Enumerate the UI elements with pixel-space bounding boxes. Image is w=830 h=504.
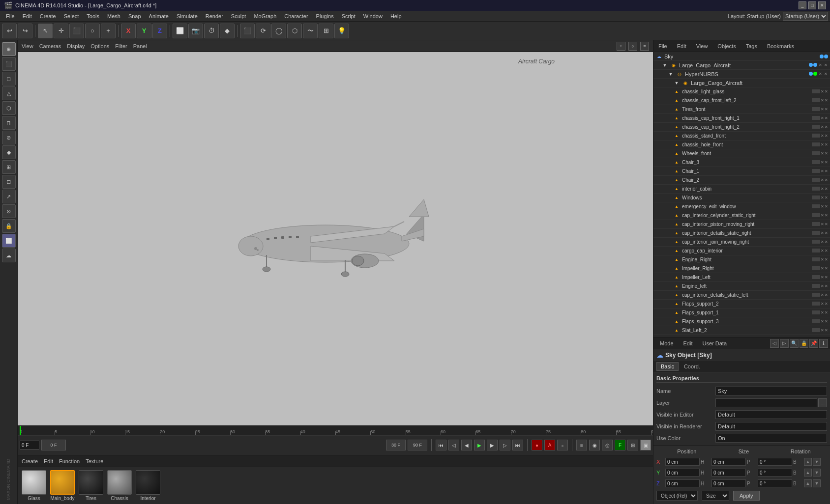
fx-btn[interactable]: F [615, 440, 625, 450]
obj-sky[interactable]: ☁ Sky [653, 52, 830, 61]
tool5-button[interactable]: + [101, 24, 116, 38]
scale-button[interactable]: ⬛ [69, 24, 84, 38]
size-x-input[interactable] [711, 458, 746, 466]
spline-btn[interactable]: 〜 [303, 24, 318, 38]
pos-y-input[interactable] [665, 469, 700, 476]
render-region-button[interactable]: ⬜ [173, 24, 187, 38]
menu-mesh[interactable]: Mesh [103, 12, 124, 20]
select-button[interactable]: ↖ [38, 24, 53, 38]
layout-select[interactable]: Startup (User) [783, 12, 828, 21]
undo-button[interactable]: ↩ [2, 24, 17, 38]
viewport-panel-menu[interactable]: Panel [133, 43, 147, 49]
menu-tools[interactable]: Tools [83, 12, 103, 20]
obj-emergency-exit-window[interactable]: ▲ emergency_exit_window ✕ ✕ [653, 202, 830, 211]
left-poly-btn[interactable]: ◻ [2, 72, 16, 85]
props-coord-tab[interactable]: Coord. [680, 362, 705, 371]
rotate-button[interactable]: ○ [85, 24, 100, 38]
psr-z-btn[interactable]: ▲ [804, 479, 812, 487]
menu-help[interactable]: Help [386, 12, 406, 20]
menu-plugins[interactable]: Plugins [312, 12, 338, 20]
menu-file[interactable]: File [2, 12, 19, 20]
obj-chair-3[interactable]: ▲ Chair_3 ✕ ✕ [653, 158, 830, 167]
obj-chair-1[interactable]: ▲ Chair_1 ✕ ✕ [653, 167, 830, 176]
obj-impeller-left[interactable]: ▲ Impeller_Left ✕ ✕ [653, 273, 830, 282]
obj-hypernurbs[interactable]: ▼ ◎ HyperNURBS ✕ ✕ [653, 70, 830, 79]
vp-expand-btn[interactable]: + [617, 42, 625, 51]
obj-engine-right[interactable]: ▲ Engine_Right ✕ ✕ [653, 255, 830, 264]
go-start-btn[interactable]: ⏮ [436, 440, 446, 450]
obj-chassis-light-glass[interactable]: ▲ chassis_light_glass ✕ ✕ [653, 87, 830, 96]
timeline-btn[interactable]: ⏱ [204, 24, 219, 38]
menu-script[interactable]: Script [338, 12, 359, 20]
mat-create-menu[interactable]: Create [22, 458, 38, 464]
left-minus-btn[interactable]: ⊟ [2, 175, 16, 189]
menu-window[interactable]: Window [359, 12, 386, 20]
menu-character[interactable]: Character [280, 12, 312, 20]
end-frame[interactable]: 90 F [408, 440, 427, 450]
rot-y-input[interactable] [758, 469, 792, 476]
obj-cap-interior-join-moving-right[interactable]: ▲ cap_interior_join_moving_right ✕ ✕ [653, 238, 830, 247]
props-search-btn[interactable]: 🔍 [790, 339, 799, 348]
obj-large-cargo-sub[interactable]: ▼ ◉ Large_Cargo_Aircraft [653, 79, 830, 87]
menu-select[interactable]: Select [60, 12, 83, 20]
tab-file[interactable]: File [655, 42, 670, 50]
obj-slat-left-2[interactable]: ▲ Slat_Left_2 ✕ ✕ [653, 326, 830, 335]
psr-z-btn2[interactable]: ▼ [813, 479, 821, 487]
close-button[interactable]: ✕ [818, 1, 826, 9]
psr-y-btn2[interactable]: ▼ [813, 469, 821, 476]
layer-browse-btn[interactable]: … [818, 398, 827, 407]
current-frame-input[interactable] [20, 441, 39, 449]
obj-impeller-right[interactable]: ▲ Impeller_Right ✕ ✕ [653, 264, 830, 273]
tab-edit[interactable]: Edit [679, 339, 697, 348]
nurbs-btn[interactable]: ◯ [271, 24, 286, 38]
obj-engine-left[interactable]: ▲ Engine_left ✕ ✕ [653, 282, 830, 291]
obj-chair-2[interactable]: ▲ Chair_2 ✕ ✕ [653, 176, 830, 185]
menu-create[interactable]: Create [36, 12, 60, 20]
obj-large-cargo-root[interactable]: ▼ ◉ Large_Cargo_Aircraft ✕ ✕ [653, 61, 830, 70]
left-grid-btn[interactable]: ⊞ [2, 160, 16, 174]
obj-interior-cabin[interactable]: ▲ interior_cabin ✕ ✕ [653, 185, 830, 194]
vp-camera-btn[interactable]: ○ [628, 42, 637, 51]
obj-chassis-cap-front-right-1[interactable]: ▲ chassis_cap_front_right_1 ✕ ✕ [653, 114, 830, 123]
prev-frame-btn[interactable]: ◁ [448, 440, 459, 450]
obj-cap-interior-details-static-left[interactable]: ▲ cap_interior_details_static_left ✕ ✕ [653, 291, 830, 300]
timeline-playhead[interactable] [20, 426, 21, 435]
mat-texture-menu[interactable]: Texture [86, 458, 103, 464]
left-move-btn[interactable]: ⊕ [2, 42, 16, 56]
visible-renderer-select[interactable]: DefaultOnOff [715, 422, 827, 431]
light-btn[interactable]: 💡 [334, 24, 349, 38]
left-tri-btn[interactable]: △ [2, 86, 16, 100]
props-basic-tab[interactable]: Basic [656, 362, 679, 371]
use-color-select[interactable]: OnOffDefault [715, 434, 827, 443]
size-z-input[interactable] [711, 479, 746, 487]
tab-objects[interactable]: Objects [714, 42, 739, 50]
obj-chassis-cap-front-left-2[interactable]: ▲ chassis_cap_front_left_2 ✕ ✕ [653, 96, 830, 105]
next-frame-btn[interactable]: ▷ [500, 440, 510, 450]
viewport-cameras-menu[interactable]: Cameras [39, 43, 61, 49]
props-lock-btn[interactable]: 🔒 [800, 339, 808, 348]
grid-btn[interactable]: ⊞ [627, 440, 638, 450]
left-circle-btn[interactable]: ⊘ [2, 131, 16, 144]
menu-edit[interactable]: Edit [19, 12, 36, 20]
play-btn[interactable]: ▶ [474, 440, 485, 450]
viewport[interactable]: Aircraft Cargo [18, 52, 653, 425]
props-name-input[interactable] [715, 387, 827, 395]
deform-btn[interactable]: ⬡ [287, 24, 302, 38]
menu-snap[interactable]: Snap [124, 12, 145, 20]
view-btn[interactable]: ▣ [640, 440, 651, 450]
pos-x-input[interactable] [665, 458, 700, 466]
viewport-display-menu[interactable]: Display [67, 43, 85, 49]
left-cloud-btn[interactable]: ☁ [2, 249, 16, 262]
keyframe-btn[interactable]: ◆ [220, 24, 235, 38]
psr-size-mode-select[interactable]: Size Scale [702, 491, 729, 501]
tab-bookmarks[interactable]: Bookmarks [764, 42, 797, 50]
motion2-btn[interactable]: ◎ [602, 440, 613, 450]
mat-function-menu[interactable]: Function [59, 458, 80, 464]
left-paint-btn[interactable]: ⬜ [2, 234, 16, 248]
go-end-btn[interactable]: ⏭ [512, 440, 523, 450]
psr-x-btn[interactable]: ▲ [804, 458, 812, 466]
vp-settings-btn[interactable]: ≡ [640, 42, 649, 51]
left-ring-btn[interactable]: ⊙ [2, 204, 16, 218]
obj-cap-interior-piston-moving-right[interactable]: ▲ cap_interior_piston_moving_right ✕ ✕ [653, 220, 830, 229]
props-left-btn[interactable]: ◁ [770, 339, 779, 348]
